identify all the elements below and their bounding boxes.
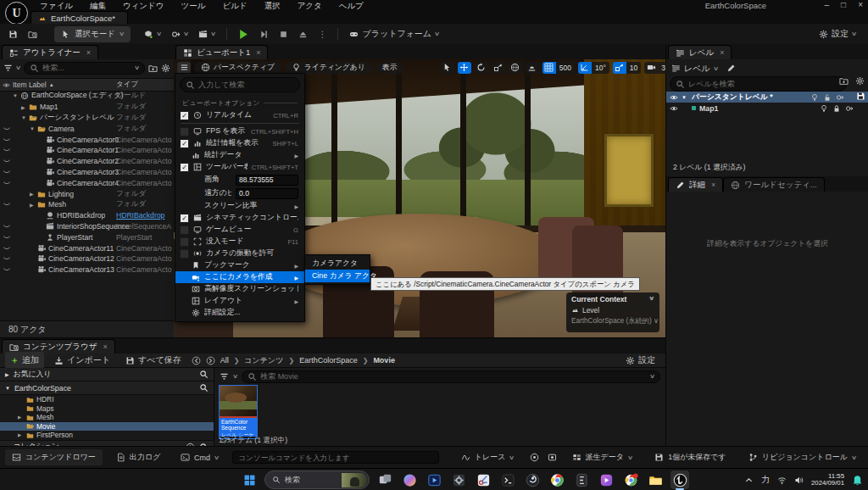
menu-item-1[interactable]: FPS を表示CTRL+SHIFT+H	[175, 125, 304, 137]
menu-field-input[interactable]	[236, 188, 298, 199]
trace-button[interactable]: トレース∨	[454, 449, 521, 465]
menu-search[interactable]	[180, 77, 300, 92]
outliner-row[interactable]: CineCameraActor3CineCameraActo	[0, 167, 174, 178]
camera-speed-control[interactable]: 3	[644, 62, 669, 74]
menu-item-2[interactable]: ✓統計情報を表示SHIFT+L	[175, 137, 304, 149]
world-coord-button[interactable]	[509, 62, 522, 74]
taskbar-app-settings[interactable]	[449, 471, 468, 489]
surface-snap-button[interactable]	[526, 62, 539, 74]
close-button[interactable]: ×	[858, 0, 863, 9]
select-tool-button[interactable]	[441, 62, 454, 74]
menu-item-14[interactable]: 高解像度スクリーンショット...	[175, 283, 304, 295]
outliner-row[interactable]: CineCameraActor2CineCameraActo	[0, 156, 174, 167]
screenshot-tool-icon[interactable]	[548, 453, 557, 462]
menu-1[interactable]: 編集	[82, 0, 114, 12]
outliner-row[interactable]: ▼EarthColorSpace (エディタ)ワールド	[0, 91, 174, 102]
taskbar-search[interactable]: 検索	[264, 471, 370, 489]
visibility-toggle[interactable]	[0, 244, 13, 253]
import-button[interactable]: インポート	[49, 352, 115, 369]
rotate-tool-button[interactable]	[475, 62, 488, 74]
menu-field-input[interactable]	[236, 175, 298, 186]
checkbox[interactable]: ✓	[180, 111, 189, 120]
platforms-button[interactable]: プラットフォーム∨	[344, 25, 444, 42]
menu-item-9[interactable]: ゲームビューG	[175, 224, 304, 236]
menu-6[interactable]: アクタ	[290, 0, 330, 12]
cinematics-button[interactable]: ∨	[193, 27, 220, 42]
scale-snap-value[interactable]: 10	[626, 62, 641, 74]
speaker-icon[interactable]	[794, 476, 804, 485]
expander-arrow[interactable]: ▼	[13, 93, 20, 98]
outliner-tab[interactable]: アウトライナー×	[2, 45, 98, 59]
taskbar-app-clipchamp[interactable]	[597, 471, 615, 489]
output-log-button[interactable]: 出力ログ	[109, 449, 167, 465]
outliner-row[interactable]: CineCameraActor1CineCameraActo	[0, 145, 174, 156]
perspective-button[interactable]: パースペクティブ	[194, 62, 281, 74]
menu-item-16[interactable]: 詳細設定...	[175, 307, 304, 319]
rotation-snap-control[interactable]: 10°	[578, 62, 609, 74]
expander-arrow[interactable]: ▼	[21, 115, 29, 120]
taskbar-app-obs[interactable]	[523, 471, 542, 489]
outliner-row[interactable]: ▼パーシスタントレベルフォルダ	[0, 113, 174, 124]
breadcrumb-item[interactable]: EarthColorSpace	[299, 356, 358, 365]
menu-item-4[interactable]: ✓ツールバー表示CTRL+SHIFT+T	[175, 161, 304, 173]
visibility-toggle[interactable]	[0, 200, 13, 209]
cmd-select[interactable]: Cmd∨	[174, 450, 225, 465]
checkbox[interactable]	[180, 127, 189, 136]
menu-item-13[interactable]: ここにカメラを作成▶	[175, 271, 304, 283]
skip-button[interactable]	[254, 27, 274, 42]
content-drawer-button[interactable]: コンテンツドロワー	[5, 449, 103, 465]
edit-icon[interactable]	[726, 64, 736, 73]
column-item-label[interactable]: Item Label	[13, 81, 47, 89]
levels-search[interactable]	[670, 76, 847, 92]
menu-7[interactable]: ヘルプ	[331, 0, 371, 12]
viewport-options-button[interactable]	[177, 62, 191, 74]
taskbar-app-chrome2[interactable]	[621, 471, 640, 489]
wifi-icon[interactable]	[777, 476, 787, 485]
visibility-toggle[interactable]	[0, 146, 13, 154]
hidden-icons-chevron[interactable]	[744, 476, 754, 485]
visibility-toggle[interactable]	[0, 233, 13, 242]
move-tool-button[interactable]	[458, 62, 471, 74]
notification-bell-icon[interactable]	[852, 475, 863, 486]
editor-mode-select[interactable]: 選択モード∨	[54, 26, 131, 42]
levels-tab[interactable]: レベル×	[668, 45, 732, 59]
content-browser-tab-close[interactable]: ×	[103, 342, 108, 351]
ime-mode-indicator[interactable]: 力	[761, 474, 770, 486]
breadcrumb-item[interactable]: All	[220, 356, 229, 365]
play-button[interactable]	[233, 26, 254, 42]
visibility-toggle[interactable]	[0, 125, 13, 133]
blueprints-button[interactable]: ∨	[166, 27, 193, 42]
taskbar-app-explorer[interactable]	[646, 471, 665, 489]
outliner-row[interactable]: CineCameraActor11CineCameraActo	[0, 242, 174, 253]
outliner-row[interactable]: ▶Map1フォルダ	[0, 102, 174, 113]
new-folder-icon[interactable]	[148, 64, 158, 73]
add-content-button[interactable]: ＋追加	[5, 352, 44, 369]
outliner-row[interactable]: ▶Meshフォルダ	[0, 199, 174, 210]
menu-4[interactable]: ビルド	[214, 0, 254, 12]
menu-2[interactable]: ウィンドウ	[115, 0, 172, 12]
taskbar-app-task-view[interactable]	[376, 471, 394, 489]
favorites-header[interactable]: ▶お気に入り	[0, 368, 214, 381]
filter-icon[interactable]	[3, 64, 13, 73]
taskbar-app-copilot[interactable]	[400, 471, 419, 489]
clock[interactable]: 11:55 2024/09/01	[811, 473, 844, 487]
outliner-row[interactable]: CineCameraActor0CineCameraActo	[0, 134, 174, 145]
breadcrumb-item[interactable]: コンテンツ	[244, 355, 283, 366]
checkbox[interactable]	[180, 226, 189, 235]
forward-icon[interactable]	[206, 356, 215, 365]
menu-item-10[interactable]: 没入モードF11	[175, 236, 304, 248]
level-asset-tab[interactable]: EarthColorSpace*	[31, 11, 128, 25]
outliner-search[interactable]: ∨	[24, 62, 145, 75]
eject-button[interactable]	[293, 27, 313, 42]
grid-snap-control[interactable]: 500	[542, 62, 575, 74]
folder-movie[interactable]: Movie	[0, 422, 214, 432]
grid-snap-value[interactable]: 500	[556, 62, 575, 74]
filter-icon[interactable]	[220, 372, 229, 381]
outliner-row[interactable]: ▶Lightingフォルダ	[0, 188, 174, 199]
taskbar-app-unreal[interactable]	[670, 471, 689, 489]
angle-snap-value[interactable]: 10°	[592, 62, 609, 74]
checkbox[interactable]	[180, 237, 189, 247]
asset-search[interactable]: ∨	[242, 370, 660, 383]
menu-item-5[interactable]: 画角	[175, 173, 304, 187]
details-tab[interactable]: 詳細×	[668, 177, 723, 192]
